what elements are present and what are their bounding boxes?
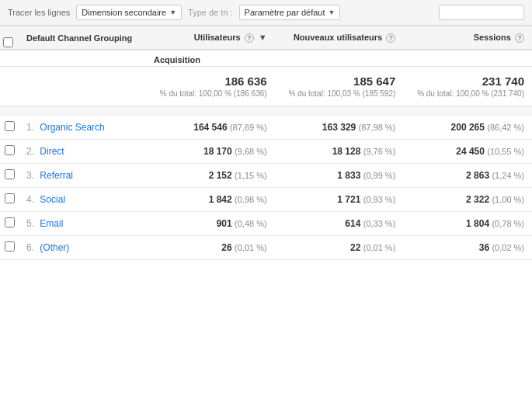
channel-link[interactable]: Referral [40, 170, 73, 181]
users-cell: 1 842 (0,98 %) [146, 188, 275, 212]
row-checkbox[interactable] [5, 241, 15, 252]
channel-link[interactable]: Email [40, 218, 63, 229]
row-checkbox-cell [0, 140, 19, 164]
sessions-value: 36 [479, 242, 489, 253]
channel-link[interactable]: Direct [40, 146, 64, 157]
sessions-value: 1 804 [466, 218, 489, 229]
trace-label: Tracer les lignes [8, 8, 70, 17]
select-all-checkbox[interactable] [3, 37, 13, 47]
group-label: Acquisition [146, 50, 532, 67]
users-header: Utilisateurs ? ▼ [146, 26, 275, 50]
users-value: 2 152 [209, 170, 232, 181]
new-users-value: 1 721 [337, 194, 360, 205]
totals-sessions-cell: 231 740 % du total: 100,00 % (231 740) [403, 67, 532, 106]
new-users-value: 163 329 [322, 122, 356, 133]
totals-users-number: 186 636 [154, 75, 267, 88]
row-checkbox[interactable] [5, 169, 15, 179]
sessions-value: 2 322 [466, 194, 489, 205]
sessions-value: 200 265 [451, 122, 485, 133]
row-checkbox-cell [0, 236, 19, 260]
sessions-cell: 1 804 (0,78 %) [403, 212, 532, 236]
checkbox-header [0, 26, 19, 50]
users-help-icon[interactable]: ? [245, 33, 254, 43]
totals-users-cell: 186 636 % du total: 100,00 % (186 636) [146, 67, 275, 106]
new-users-cell: 163 329 (87,98 %) [275, 116, 404, 140]
users-value: 901 [217, 218, 232, 229]
users-pct: (9,68 %) [235, 147, 267, 156]
sessions-pct: (10,55 %) [487, 147, 524, 156]
new-users-value: 1 833 [337, 170, 360, 181]
new-users-pct: (9,76 %) [363, 147, 396, 156]
table-row: 6. (Other) 26 (0,01 %) 22 (0,01 %) 36 (0… [0, 236, 532, 260]
channel-link[interactable]: (Other) [40, 242, 69, 253]
totals-sessions-number: 231 740 [411, 75, 524, 88]
data-table: Acquisition Default Channel Grouping Uti… [0, 26, 532, 260]
channel-cell: 5. Email [19, 212, 146, 236]
row-checkbox[interactable] [5, 121, 15, 131]
users-value: 26 [221, 242, 231, 253]
sessions-value: 2 863 [466, 170, 489, 181]
new-users-help-icon[interactable]: ? [386, 33, 395, 43]
spacer-row [0, 106, 532, 116]
new-users-header: Nouveaux utilisateurs ? [275, 26, 404, 50]
new-users-value: 18 128 [332, 146, 361, 157]
row-number: 3. [26, 170, 34, 181]
users-cell: 901 (0,48 %) [146, 212, 275, 236]
users-cell: 26 (0,01 %) [146, 236, 275, 260]
users-cell: 164 546 (87,69 %) [146, 116, 275, 140]
secondary-dim-value: Dimension secondaire [82, 8, 166, 17]
totals-new-users-sub: % du total: 100,03 % (185 592) [283, 89, 396, 98]
search-input[interactable] [439, 5, 524, 20]
table-row: 3. Referral 2 152 (1,15 %) 1 833 (0,99 %… [0, 164, 532, 188]
row-number: 5. [26, 218, 34, 229]
new-users-value: 22 [350, 242, 360, 253]
new-users-pct: (0,99 %) [363, 171, 396, 180]
sessions-cell: 24 450 (10,55 %) [403, 140, 532, 164]
row-checkbox-cell [0, 188, 19, 212]
column-header-row: Default Channel Grouping Utilisateurs ? … [0, 26, 532, 50]
channel-header-label: Default Channel Grouping [26, 33, 132, 43]
channel-link[interactable]: Social [40, 194, 65, 205]
row-number: 6. [26, 242, 34, 253]
users-value: 18 170 [203, 146, 232, 157]
totals-sessions-sub: % du total: 100,00 % (231 740) [411, 89, 524, 98]
row-checkbox[interactable] [5, 217, 15, 227]
channel-cell: 4. Social [19, 188, 146, 212]
group-header-row: Acquisition [0, 50, 532, 67]
channel-cell: 3. Referral [19, 164, 146, 188]
new-users-pct: (0,33 %) [363, 219, 396, 228]
new-users-header-label: Nouveaux utilisateurs [294, 33, 382, 42]
new-users-pct: (0,93 %) [363, 195, 396, 204]
users-sort-icon[interactable]: ▼ [259, 33, 267, 42]
sessions-help-icon[interactable]: ? [515, 33, 524, 43]
row-checkbox[interactable] [5, 193, 15, 203]
row-checkbox-cell [0, 116, 19, 140]
totals-label-cell [19, 67, 146, 106]
totals-new-users-cell: 185 647 % du total: 100,03 % (185 592) [275, 67, 404, 106]
table-row: 2. Direct 18 170 (9,68 %) 18 128 (9,76 %… [0, 140, 532, 164]
sessions-pct: (1,24 %) [492, 171, 524, 180]
row-checkbox-cell [0, 212, 19, 236]
users-pct: (1,15 %) [235, 171, 267, 180]
row-number: 4. [26, 194, 34, 205]
channel-cell: 6. (Other) [19, 236, 146, 260]
users-pct: (0,98 %) [235, 195, 267, 204]
sort-type-label: Type de tri : [188, 8, 232, 17]
users-value: 1 842 [209, 194, 232, 205]
secondary-dim-select[interactable]: Dimension secondaire ▼ [76, 5, 182, 20]
sessions-cell: 36 (0,02 %) [403, 236, 532, 260]
row-checkbox[interactable] [5, 145, 15, 155]
new-users-cell: 614 (0,33 %) [275, 212, 404, 236]
sort-type-value: Paramètre par défaut [245, 8, 325, 17]
totals-checkbox-cell [0, 67, 19, 106]
sessions-pct: (86,42 %) [487, 123, 524, 132]
users-pct: (87,69 %) [230, 123, 267, 132]
sessions-header: Sessions ? [403, 26, 532, 50]
sort-type-select[interactable]: Paramètre par défaut ▼ [239, 5, 341, 20]
secondary-dim-chevron: ▼ [169, 9, 176, 16]
channel-link[interactable]: Organic Search [40, 122, 104, 133]
sessions-cell: 2 863 (1,24 %) [403, 164, 532, 188]
new-users-pct: (0,01 %) [363, 243, 396, 252]
new-users-cell: 1 833 (0,99 %) [275, 164, 404, 188]
new-users-value: 614 [345, 218, 360, 229]
